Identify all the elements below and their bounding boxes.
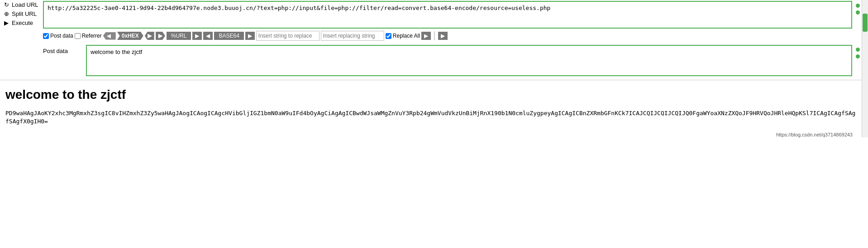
post-dot-2 [856, 54, 860, 58]
url-input[interactable]: http://5a32225c-3ae0-4121-9d94-22b4d9647… [44, 2, 851, 26]
base64-arrow-left[interactable]: ◀ [203, 32, 213, 40]
hex-arrow-right[interactable]: ▶ [145, 32, 154, 40]
url-arrow-right[interactable]: ▶ [192, 32, 202, 40]
replace-all-text: Replace All [393, 33, 420, 39]
post-data-checkbox-label[interactable]: Post data [43, 33, 73, 39]
post-data-checkbox[interactable] [43, 33, 49, 39]
url-side-dots [856, 0, 862, 29]
post-data-label: Post data [43, 44, 86, 77]
insert-string-input[interactable] [256, 31, 320, 41]
controls-separator [434, 31, 435, 40]
post-data-input[interactable]: welcome to the zjctf [87, 46, 851, 74]
split-url-action[interactable]: ⊕ Split URL [0, 9, 43, 18]
controls-bar: Post data Referrer ◀ 0xHEX ▶ ◀ %URL ▶ ◀ … [43, 29, 862, 42]
base64-arrow-right[interactable]: ▶ [245, 32, 255, 40]
execute-action[interactable]: ▶ Execute [0, 18, 43, 27]
split-url-label: Split URL [12, 10, 37, 17]
execute-label: Execute [12, 19, 33, 26]
url-dot-2 [856, 10, 860, 15]
main-content: welcome to the zjctf PD9waHAgJAoKY2xhc3M… [0, 83, 862, 130]
final-arrow[interactable]: ▶ [438, 32, 448, 40]
replace-arrow-right[interactable]: ▶ [421, 32, 431, 40]
referrer-checkbox-label[interactable]: Referrer [75, 33, 102, 39]
post-data-input-wrapper: welcome to the zjctf [86, 45, 852, 76]
post-dot-1 [856, 48, 860, 52]
url-btn[interactable]: %URL [167, 32, 191, 40]
base64-btn[interactable]: BASE64 [214, 32, 243, 40]
main-heading: welcome to the zjctf [5, 88, 856, 102]
scrollbar[interactable] [862, 0, 868, 137]
insert-replacing-input[interactable] [321, 31, 384, 41]
url-arrow-left[interactable]: ◀ [156, 32, 165, 40]
replace-all-label[interactable]: Replace All [386, 33, 420, 39]
url-input-wrapper: http://5a32225c-3ae0-4121-9d94-22b4d9647… [43, 1, 852, 29]
encoded-text: PD9waHAgJAoKY2xhc3MgRmxhZ3sgIC8vIHZmxhZ3… [5, 109, 856, 126]
content-divider [0, 80, 862, 80]
hex-arrow-left[interactable]: ◀ [103, 32, 116, 40]
status-bar: https://blog.csdn.net/q3714869243 [0, 132, 862, 137]
load-url-label: Load URL [12, 1, 38, 8]
scrollbar-thumb[interactable] [863, 14, 868, 32]
replace-all-checkbox[interactable] [386, 33, 391, 39]
post-data-section: Post data welcome to the zjctf [43, 44, 862, 77]
url-dot-1 [856, 4, 860, 8]
scrollbar-track[interactable] [862, 0, 868, 137]
execute-icon: ▶ [3, 19, 10, 26]
hex-btn[interactable]: 0xHEX [117, 32, 143, 40]
post-data-checkbox-text: Post data [50, 33, 73, 39]
split-url-icon: ⊕ [3, 10, 10, 17]
load-url-action[interactable]: ↻ Load URL [0, 0, 43, 9]
post-side-dots [856, 44, 862, 77]
load-url-icon: ↻ [3, 1, 10, 8]
referrer-checkbox[interactable] [75, 33, 81, 39]
referrer-checkbox-text: Referrer [82, 33, 102, 39]
